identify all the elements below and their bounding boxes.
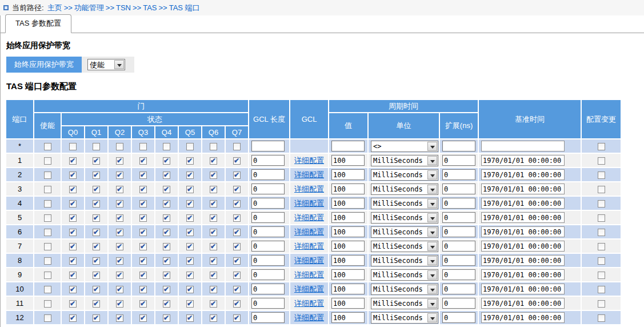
extension-input[interactable] bbox=[442, 241, 475, 252]
queue-q7-checkbox[interactable] bbox=[233, 157, 241, 165]
queue-q2-checkbox[interactable] bbox=[116, 286, 123, 293]
queue-q1-checkbox[interactable] bbox=[93, 157, 100, 165]
breadcrumb-link-5[interactable]: TAS 端口 bbox=[169, 3, 200, 12]
gate-enable-checkbox[interactable] bbox=[44, 257, 51, 265]
guard-band-apply-button[interactable]: 始终应用保护带宽 bbox=[6, 57, 82, 73]
queue-q7-checkbox[interactable] bbox=[233, 143, 241, 150]
queue-q7-checkbox[interactable] bbox=[233, 272, 241, 279]
gcl-length-input[interactable] bbox=[251, 226, 285, 237]
queue-q3-checkbox[interactable] bbox=[139, 143, 147, 150]
queue-q0-checkbox[interactable] bbox=[69, 214, 77, 222]
config-change-checkbox[interactable] bbox=[598, 300, 605, 308]
gcl-detail-link[interactable]: 详细配置 bbox=[294, 313, 324, 322]
queue-q7-checkbox[interactable] bbox=[233, 286, 241, 293]
queue-q0-checkbox[interactable] bbox=[69, 243, 77, 250]
queue-q1-checkbox[interactable] bbox=[93, 300, 100, 308]
extension-input[interactable] bbox=[442, 269, 475, 280]
queue-q1-checkbox[interactable] bbox=[93, 172, 100, 179]
gcl-detail-link[interactable]: 详细配置 bbox=[294, 199, 324, 208]
gcl-detail-link[interactable]: 详细配置 bbox=[294, 270, 324, 279]
cycle-unit-select[interactable]: MilliSeconds bbox=[371, 269, 438, 281]
queue-q0-checkbox[interactable] bbox=[69, 314, 77, 322]
gcl-detail-link[interactable]: 详细配置 bbox=[294, 285, 324, 293]
queue-q0-checkbox[interactable] bbox=[69, 186, 77, 193]
queue-q0-checkbox[interactable] bbox=[69, 272, 77, 279]
queue-q5-checkbox[interactable] bbox=[186, 272, 194, 279]
base-time-input[interactable] bbox=[481, 284, 565, 294]
queue-q2-checkbox[interactable] bbox=[116, 214, 123, 222]
queue-q2-checkbox[interactable] bbox=[116, 314, 123, 322]
queue-q6-checkbox[interactable] bbox=[210, 257, 217, 265]
cycle-unit-select[interactable]: MilliSeconds bbox=[371, 198, 438, 209]
gcl-length-input[interactable] bbox=[251, 155, 285, 166]
queue-q7-checkbox[interactable] bbox=[233, 214, 241, 222]
queue-q5-checkbox[interactable] bbox=[186, 243, 194, 250]
queue-q2-checkbox[interactable] bbox=[116, 143, 123, 150]
queue-q6-checkbox[interactable] bbox=[210, 229, 217, 236]
queue-q4-checkbox[interactable] bbox=[163, 257, 170, 265]
breadcrumb-link-1[interactable]: 主页 bbox=[47, 3, 62, 12]
extension-input[interactable] bbox=[442, 255, 475, 266]
gate-enable-checkbox[interactable] bbox=[44, 243, 51, 250]
queue-q6-checkbox[interactable] bbox=[210, 272, 217, 279]
gcl-detail-link[interactable]: 详细配置 bbox=[294, 156, 324, 165]
queue-q1-checkbox[interactable] bbox=[93, 243, 100, 250]
queue-q2-checkbox[interactable] bbox=[116, 272, 123, 279]
gcl-length-input[interactable] bbox=[251, 198, 285, 209]
queue-q0-checkbox[interactable] bbox=[69, 157, 77, 165]
queue-q4-checkbox[interactable] bbox=[163, 200, 170, 208]
gcl-detail-link[interactable]: 详细配置 bbox=[294, 256, 324, 265]
queue-q7-checkbox[interactable] bbox=[233, 300, 241, 308]
config-change-checkbox[interactable] bbox=[598, 214, 605, 222]
queue-q4-checkbox[interactable] bbox=[163, 314, 170, 322]
queue-q7-checkbox[interactable] bbox=[233, 172, 241, 179]
config-change-checkbox[interactable] bbox=[598, 272, 605, 279]
breadcrumb-link-4[interactable]: TAS bbox=[143, 3, 157, 12]
queue-q1-checkbox[interactable] bbox=[93, 214, 100, 222]
queue-q5-checkbox[interactable] bbox=[186, 300, 194, 308]
queue-q1-checkbox[interactable] bbox=[93, 286, 100, 293]
cycle-unit-select[interactable]: MilliSeconds bbox=[371, 255, 438, 266]
cycle-unit-select[interactable]: MilliSeconds bbox=[371, 155, 438, 166]
queue-q6-checkbox[interactable] bbox=[210, 314, 217, 322]
extension-input[interactable] bbox=[442, 184, 475, 194]
queue-q2-checkbox[interactable] bbox=[116, 229, 123, 236]
extension-input[interactable] bbox=[442, 312, 475, 323]
queue-q4-checkbox[interactable] bbox=[163, 143, 170, 150]
queue-q3-checkbox[interactable] bbox=[139, 272, 147, 279]
queue-q4-checkbox[interactable] bbox=[163, 172, 170, 179]
base-time-input[interactable] bbox=[481, 226, 565, 237]
queue-q1-checkbox[interactable] bbox=[93, 257, 100, 265]
queue-q4-checkbox[interactable] bbox=[163, 214, 170, 222]
cycle-value-input[interactable] bbox=[331, 198, 365, 209]
breadcrumb-link-2[interactable]: 功能管理 bbox=[74, 3, 104, 12]
queue-q1-checkbox[interactable] bbox=[93, 186, 100, 193]
queue-q4-checkbox[interactable] bbox=[163, 300, 170, 308]
gcl-detail-link[interactable]: 详细配置 bbox=[294, 185, 324, 193]
gcl-length-input[interactable] bbox=[251, 312, 285, 323]
queue-q6-checkbox[interactable] bbox=[210, 143, 217, 150]
config-change-checkbox[interactable] bbox=[598, 257, 605, 265]
config-change-checkbox[interactable] bbox=[598, 143, 605, 150]
gcl-detail-link[interactable]: 详细配置 bbox=[294, 242, 324, 250]
cycle-value-input[interactable] bbox=[331, 169, 365, 180]
cycle-unit-select[interactable]: MilliSeconds bbox=[371, 312, 438, 324]
queue-q2-checkbox[interactable] bbox=[116, 186, 123, 193]
extension-input[interactable] bbox=[442, 226, 475, 237]
gate-enable-checkbox[interactable] bbox=[44, 286, 51, 293]
queue-q0-checkbox[interactable] bbox=[69, 229, 77, 236]
gcl-detail-link[interactable]: 详细配置 bbox=[294, 170, 324, 179]
queue-q0-checkbox[interactable] bbox=[69, 143, 77, 150]
config-change-checkbox[interactable] bbox=[598, 157, 605, 165]
queue-q5-checkbox[interactable] bbox=[186, 143, 194, 150]
queue-q6-checkbox[interactable] bbox=[210, 157, 217, 165]
queue-q3-checkbox[interactable] bbox=[139, 157, 147, 165]
gcl-length-input[interactable] bbox=[251, 298, 285, 309]
queue-q5-checkbox[interactable] bbox=[186, 172, 194, 179]
config-change-checkbox[interactable] bbox=[598, 229, 605, 236]
gate-enable-checkbox[interactable] bbox=[44, 143, 51, 150]
queue-q1-checkbox[interactable] bbox=[93, 314, 100, 322]
extension-input[interactable] bbox=[442, 298, 475, 309]
cycle-unit-select[interactable]: MilliSeconds bbox=[371, 169, 438, 181]
queue-q2-checkbox[interactable] bbox=[116, 200, 123, 208]
